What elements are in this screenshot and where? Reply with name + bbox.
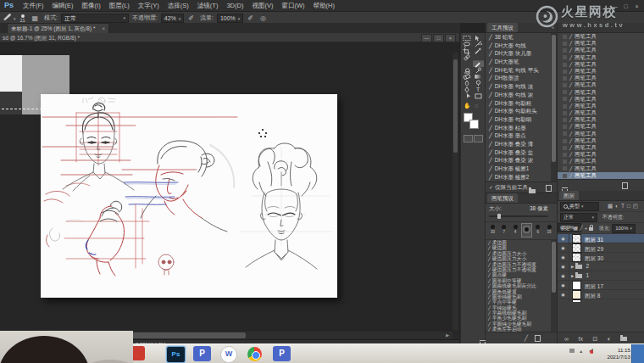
layer-name[interactable]: 图层 31	[585, 237, 603, 243]
tab-tool-presets[interactable]: 工具预设	[487, 23, 518, 32]
图层 29[interactable]: ▶图层 29	[558, 243, 644, 253]
brush-presets-scrollbar[interactable]	[551, 240, 557, 338]
tab-brush-presets[interactable]: 画笔预设	[487, 193, 518, 203]
tab-close-icon[interactable]: ×	[102, 25, 105, 31]
background-color-swatch[interactable]	[469, 120, 479, 129]
tool-preset-item[interactable]: DH大墨 块儿墨	[486, 49, 557, 58]
layer-name[interactable]: 1	[586, 272, 589, 278]
shape-tool[interactable]	[475, 94, 481, 98]
tool-preset-item[interactable]: DH水墨 棱擦1	[486, 165, 557, 173]
stroke-preview-icon[interactable]: ╱	[525, 335, 528, 342]
tool-preset-item[interactable]: DH水墨 棱擦2	[486, 173, 557, 182]
图层 31[interactable]: ▶图层 31	[558, 234, 644, 243]
图层 24[interactable]: ▶图层 24	[558, 299, 644, 302]
preset-list-row[interactable]: 画笔工具	[558, 68, 644, 75]
visibility-eye-icon[interactable]	[558, 271, 569, 280]
preset-list-row[interactable]: 画笔工具	[558, 89, 644, 96]
layer-thumbnail[interactable]	[572, 253, 581, 262]
new-group-icon[interactable]	[620, 337, 627, 341]
menu-item[interactable]: 帮助(H)	[309, 0, 339, 11]
taskbar-clock[interactable]: 11:15 2021/7/13	[607, 347, 630, 360]
tool-preset-item[interactable]: DH水墨 勾线 淡	[486, 82, 557, 91]
preset-checkbox[interactable]	[563, 153, 567, 157]
tool-preset-item[interactable]: DH水墨 叠染 薄	[486, 140, 557, 148]
1[interactable]: ▶1	[558, 271, 644, 281]
2[interactable]: ▶2	[558, 262, 644, 271]
zoom-tool[interactable]: ◌	[475, 103, 478, 109]
preset-list-row[interactable]: 画笔工具	[558, 33, 644, 40]
fill-select[interactable]: 100%▾	[612, 224, 636, 233]
tool-preset-item[interactable]: DH水墨 勾线 浓	[486, 91, 557, 99]
visibility-eye-icon[interactable]	[558, 234, 569, 243]
preset-checkbox[interactable]	[563, 97, 567, 101]
preset-list-row[interactable]: 画笔工具	[558, 137, 644, 144]
tool-preset-item[interactable]: DH散墨渍	[486, 74, 557, 82]
brush-thumbnail[interactable]: 30	[487, 223, 498, 237]
preset-checkbox[interactable]	[563, 111, 567, 115]
preset-checkbox[interactable]	[563, 146, 567, 150]
menu-item[interactable]: 窗口(W)	[277, 0, 308, 11]
preset-list-row[interactable]: 画笔工具	[558, 47, 644, 53]
healing-brush-tool[interactable]	[464, 54, 469, 60]
visibility-eye-icon[interactable]	[558, 262, 569, 271]
preset-list-row[interactable]: 画笔工具	[558, 109, 644, 116]
preset-checkbox[interactable]	[563, 125, 567, 129]
brush-thumbnail[interactable]: 15	[544, 223, 555, 237]
preset-list-row[interactable]: 画笔工具	[558, 96, 644, 103]
dodge-tool[interactable]	[476, 81, 480, 86]
hand-tool[interactable]: ✋	[464, 103, 471, 109]
move-tool[interactable]	[475, 36, 480, 42]
preset-checkbox[interactable]	[563, 83, 567, 87]
clone-stamp-tool[interactable]	[464, 69, 470, 73]
tool-preset-item[interactable]: DH大墨笔	[486, 58, 557, 66]
preset-list-row[interactable]: 画笔工具	[558, 172, 644, 179]
preset-list-row[interactable]: 画笔工具	[558, 158, 644, 165]
float-restore-button[interactable]: □	[433, 34, 444, 42]
menu-item[interactable]: 图层(L)	[105, 0, 134, 11]
layer-thumbnail[interactable]	[572, 281, 581, 290]
lock-position-icon[interactable]: +	[585, 226, 588, 231]
menu-item[interactable]: 3D(D)	[222, 0, 247, 11]
flow-select[interactable]: 100%▾	[217, 14, 243, 23]
preset-checkbox[interactable]	[563, 104, 567, 109]
brush-tip-picker[interactable]: 21	[19, 14, 25, 23]
lock-transparent-icon[interactable]: ▦	[573, 226, 580, 231]
group-caret-icon[interactable]: ▶	[571, 265, 574, 269]
lock-paint-icon[interactable]: ╱	[580, 226, 583, 231]
preset-checkbox[interactable]	[563, 139, 567, 143]
menu-item[interactable]: 视图(V)	[247, 0, 277, 11]
图层 30[interactable]: ▶图层 30	[558, 253, 644, 262]
group-caret-icon[interactable]: ▶	[571, 274, 574, 278]
preset-list-row[interactable]: 画笔工具	[558, 81, 644, 88]
layer-name[interactable]: 2	[586, 263, 589, 269]
visibility-eye-icon[interactable]	[558, 281, 569, 289]
tool-preset-item[interactable]: DH水墨 叠染 浓	[486, 156, 557, 165]
new-brush-icon[interactable]	[535, 335, 541, 342]
tool-preset-item[interactable]: DH水墨 勾勒细	[486, 115, 557, 124]
tool-preset-item[interactable]: DH水墨 勾勒粗	[486, 99, 557, 108]
scroll-arrow-icon[interactable]: ▶	[446, 332, 449, 339]
tool-preset-item[interactable]: 38 铅笔	[486, 33, 557, 42]
preset-list-row[interactable]: 画笔工具	[558, 75, 644, 81]
gradient-tool[interactable]	[475, 75, 482, 79]
blur-tool[interactable]	[465, 81, 468, 86]
blend-mode-select[interactable]: 正常▾	[61, 14, 129, 23]
preset-list-row[interactable]: 画笔工具	[558, 61, 644, 68]
preset-list-row[interactable]: 画笔工具	[558, 103, 644, 109]
menu-item[interactable]: 文字(Y)	[134, 0, 164, 11]
lock-all-icon[interactable]	[589, 227, 593, 231]
layer-thumbnail[interactable]	[572, 234, 581, 243]
blend-mode-select[interactable]: 正常▾	[560, 213, 597, 222]
preset-list-row[interactable]: 画笔工具	[558, 40, 644, 47]
tray-printer-icon[interactable]	[569, 349, 575, 353]
preset-checkbox[interactable]	[563, 63, 567, 67]
brush-thumbnail[interactable]: 7	[498, 223, 509, 237]
tool-preset-item[interactable]: DH水墨 叠染 盐	[486, 148, 557, 157]
new-group-icon[interactable]	[529, 189, 536, 193]
taskbar-chrome-icon[interactable]	[247, 347, 262, 361]
tray-volume-muted-icon[interactable]	[589, 349, 593, 354]
taskbar-photoshop-icon[interactable]: Ps	[166, 346, 186, 363]
layer-thumbnail[interactable]	[572, 243, 581, 253]
screen-mode-button[interactable]	[474, 135, 483, 142]
canvas[interactable]	[41, 94, 337, 298]
